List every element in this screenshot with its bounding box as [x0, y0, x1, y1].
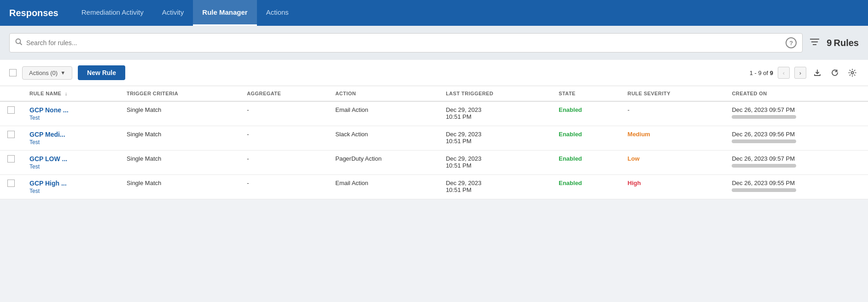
cell-aggregate: -: [239, 175, 328, 199]
row-checkbox-cell: [0, 126, 22, 151]
col-rule-severity: RULE SEVERITY: [620, 86, 725, 101]
search-area: ? 9 Rules: [0, 26, 868, 60]
cell-rule-severity: Medium: [620, 126, 725, 151]
cell-rule-name[interactable]: GCP LOW ... Test: [22, 151, 119, 175]
search-input[interactable]: [26, 39, 782, 46]
col-created-on: CREATED ON: [724, 86, 868, 101]
cell-rule-severity: High: [620, 175, 725, 199]
cell-action: Slack Action: [328, 126, 438, 151]
table-header-row: RULE NAME ↓ TRIGGER CRITERIA AGGREGATE A…: [0, 86, 868, 101]
row-checkbox[interactable]: [7, 106, 15, 114]
last-triggered-time: 10:51 PM: [446, 113, 544, 120]
download-button[interactable]: [811, 66, 824, 79]
tab-actions[interactable]: Actions: [257, 0, 298, 26]
created-on-bar: [732, 164, 796, 168]
sort-arrow-rule-name: ↓: [65, 91, 68, 96]
table-row: GCP High ... Test Single Match - Email A…: [0, 175, 868, 199]
tab-remediation-activity[interactable]: Remediation Activity: [72, 0, 153, 26]
rules-count-label: Rules: [834, 38, 859, 48]
cell-last-triggered: Dec 29, 2023 10:51 PM: [438, 101, 551, 126]
cell-rule-name[interactable]: GCP High ... Test: [22, 175, 119, 199]
created-on-text: Dec 26, 2023 09:55 PM: [732, 180, 861, 186]
search-box: ?: [9, 33, 803, 52]
rule-name-primary: GCP High ...: [29, 180, 112, 187]
table-row: GCP Medi... Test Single Match - Slack Ac…: [0, 126, 868, 151]
rules-table: RULE NAME ↓ TRIGGER CRITERIA AGGREGATE A…: [0, 86, 868, 199]
select-all-checkbox[interactable]: [9, 69, 17, 76]
cell-last-triggered: Dec 29, 2023 10:51 PM: [438, 175, 551, 199]
cell-action: PagerDuty Action: [328, 151, 438, 175]
search-icon: [15, 38, 23, 47]
refresh-button[interactable]: [828, 66, 841, 79]
rule-name-primary: GCP Medi...: [29, 131, 112, 138]
severity-badge: Medium: [628, 131, 650, 138]
cell-state: Enabled: [551, 151, 620, 175]
rules-table-container: RULE NAME ↓ TRIGGER CRITERIA AGGREGATE A…: [0, 86, 868, 199]
tab-activity[interactable]: Activity: [153, 0, 193, 26]
row-checkbox[interactable]: [7, 180, 15, 187]
svg-line-1: [20, 43, 22, 45]
chevron-down-icon: ▼: [60, 70, 65, 76]
state-badge: Enabled: [559, 106, 582, 113]
cell-action: Email Action: [328, 175, 438, 199]
top-nav: Responses Remediation Activity Activity …: [0, 0, 868, 26]
severity-badge: High: [628, 180, 641, 186]
app-title: Responses: [9, 8, 58, 18]
cell-trigger-criteria: Single Match: [119, 126, 239, 151]
next-page-button[interactable]: ›: [794, 67, 806, 79]
cell-last-triggered: Dec 29, 2023 10:51 PM: [438, 126, 551, 151]
new-rule-button[interactable]: New Rule: [78, 65, 125, 80]
state-badge: Enabled: [559, 131, 582, 138]
created-on-text: Dec 26, 2023 09:57 PM: [732, 106, 861, 113]
toolbar-right: 1 - 9 of 9 ‹ ›: [750, 66, 859, 79]
created-on-bar: [732, 188, 796, 192]
cell-aggregate: -: [239, 126, 328, 151]
rule-name-secondary: Test: [29, 163, 112, 170]
cell-trigger-criteria: Single Match: [119, 151, 239, 175]
cell-rule-name[interactable]: GCP None ... Test: [22, 101, 119, 126]
cell-rule-severity: Low: [620, 151, 725, 175]
rule-name-secondary: Test: [29, 115, 112, 121]
toolbar: Actions (0) ▼ New Rule 1 - 9 of 9 ‹ ›: [0, 60, 868, 86]
svg-point-5: [851, 72, 854, 74]
cell-trigger-criteria: Single Match: [119, 175, 239, 199]
cell-trigger-criteria: Single Match: [119, 101, 239, 126]
rule-name-primary: GCP None ...: [29, 106, 112, 114]
col-action: ACTION: [328, 86, 438, 101]
last-triggered-time: 10:51 PM: [446, 186, 544, 193]
actions-label: Actions (0): [29, 70, 58, 76]
row-checkbox[interactable]: [7, 155, 15, 163]
col-aggregate: AGGREGATE: [239, 86, 328, 101]
row-checkbox-cell: [0, 151, 22, 175]
pagination-total: 9: [770, 70, 773, 76]
rule-name-secondary: Test: [29, 139, 112, 145]
cell-aggregate: -: [239, 101, 328, 126]
actions-dropdown-button[interactable]: Actions (0) ▼: [22, 66, 72, 80]
col-trigger-criteria: TRIGGER CRITERIA: [119, 86, 239, 101]
created-on-bar: [732, 139, 796, 143]
col-checkbox: [0, 86, 22, 101]
cell-rule-name[interactable]: GCP Medi... Test: [22, 126, 119, 151]
rules-count-number: 9: [827, 38, 832, 48]
col-state: STATE: [551, 86, 620, 101]
settings-button[interactable]: [846, 66, 859, 79]
cell-action: Email Action: [328, 101, 438, 126]
prev-page-button[interactable]: ‹: [778, 67, 790, 79]
cell-state: Enabled: [551, 101, 620, 126]
created-on-text: Dec 26, 2023 09:56 PM: [732, 131, 861, 138]
pagination-info: 1 - 9 of 9: [750, 70, 773, 76]
table-row: GCP None ... Test Single Match - Email A…: [0, 101, 868, 126]
created-on-bar: [732, 115, 796, 119]
row-checkbox[interactable]: [7, 131, 15, 138]
nav-tabs: Remediation Activity Activity Rule Manag…: [72, 0, 298, 26]
col-rule-name[interactable]: RULE NAME ↓: [22, 86, 119, 101]
tab-rule-manager[interactable]: Rule Manager: [193, 0, 256, 26]
cell-last-triggered: Dec 29, 2023 10:51 PM: [438, 151, 551, 175]
cell-aggregate: -: [239, 151, 328, 175]
created-on-text: Dec 26, 2023 09:57 PM: [732, 155, 861, 162]
pagination-range: 1 - 9 of: [750, 70, 768, 76]
help-icon[interactable]: ?: [786, 37, 797, 48]
rule-name-primary: GCP LOW ...: [29, 155, 112, 163]
filter-icon[interactable]: [810, 38, 819, 48]
col-last-triggered: LAST TRIGGERED: [438, 86, 551, 101]
